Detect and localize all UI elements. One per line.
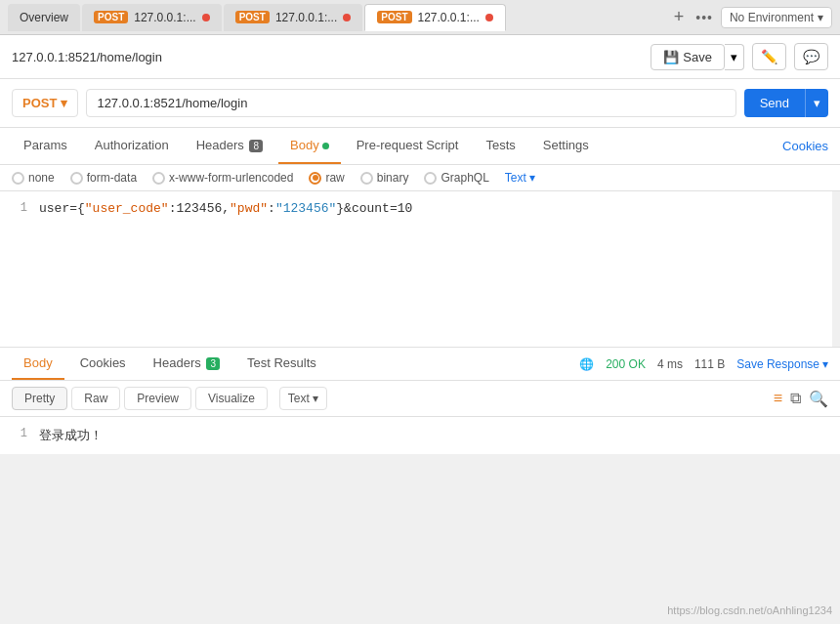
tab-params[interactable]: Params — [12, 128, 79, 164]
tab-body[interactable]: Body — [278, 128, 341, 164]
method-selector[interactable]: POST ▾ — [12, 89, 78, 117]
tab-settings[interactable]: Settings — [531, 128, 601, 164]
save-dropdown-button[interactable]: ▾ — [725, 44, 744, 70]
globe-icon: 🌐 — [579, 357, 594, 371]
tab-post-2[interactable]: POST 127.0.0.1:... — [224, 4, 363, 31]
code-key2: "pwd" — [230, 201, 268, 216]
response-time: 4 ms — [657, 357, 683, 371]
env-dropdown-icon: ▾ — [818, 11, 823, 24]
save-label: Save — [683, 50, 712, 64]
option-form-data[interactable]: form-data — [70, 171, 137, 185]
environment-selector[interactable]: No Environment ▾ — [721, 7, 832, 28]
tab-actions: + ••• No Environment ▾ — [670, 7, 832, 28]
filter-response-button[interactable]: ≡ — [774, 390, 782, 407]
response-meta: 🌐 200 OK 4 ms 111 B Save Response ▾ — [579, 357, 828, 371]
tab-pre-request[interactable]: Pre-request Script — [345, 128, 471, 164]
code-prefix: user={ — [39, 201, 85, 216]
radio-none — [12, 172, 24, 185]
response-tab-body[interactable]: Body — [12, 348, 64, 380]
save-response-label: Save Response — [736, 357, 819, 371]
tab-headers[interactable]: Headers 8 — [185, 128, 274, 164]
environment-label: No Environment — [730, 11, 814, 24]
format-raw-button[interactable]: Raw — [71, 387, 120, 410]
request-bar: POST ▾ Send ▾ — [0, 79, 840, 128]
method-dropdown-icon: ▾ — [61, 96, 67, 110]
response-format-label: Text — [288, 392, 310, 405]
editor-scrollbar[interactable] — [832, 191, 840, 347]
option-raw[interactable]: raw — [309, 171, 344, 185]
more-tabs-button[interactable]: ••• — [695, 10, 713, 25]
format-preview-button[interactable]: Preview — [124, 387, 191, 410]
body-label: Body — [290, 138, 319, 152]
response-tab-test-results[interactable]: Test Results — [235, 348, 328, 380]
format-visualize-button[interactable]: Visualize — [195, 387, 268, 410]
raw-format-selector[interactable]: Text ▾ — [505, 171, 535, 185]
tab2-unsaved-dot — [343, 14, 351, 21]
body-active-dot — [322, 143, 329, 149]
send-button[interactable]: Send — [744, 89, 805, 117]
send-dropdown-button[interactable]: ▾ — [805, 89, 828, 117]
radio-binary — [360, 172, 373, 185]
response-format-selector[interactable]: Text ▾ — [279, 387, 327, 410]
tab2-url: 127.0.0.1:... — [275, 11, 337, 24]
code-key1: "user_code" — [85, 201, 169, 216]
code-val2: "123456" — [275, 201, 336, 216]
tab-post-3[interactable]: POST 127.0.0.1:... — [364, 4, 506, 31]
tab-tests[interactable]: Tests — [474, 128, 526, 164]
code-line-1: 1 user={"user_code":123456,"pwd":"123456… — [0, 199, 840, 218]
response-status: 200 OK — [606, 357, 646, 371]
raw-format-chevron: ▾ — [529, 171, 535, 185]
radio-raw — [309, 172, 321, 185]
option-none-label: none — [28, 171, 55, 185]
option-none[interactable]: none — [12, 171, 55, 185]
headers-label: Headers — [196, 138, 244, 152]
response-area: Body Cookies Headers 3 Test Results 🌐 20… — [0, 348, 840, 454]
save-icon: 💾 — [663, 50, 679, 64]
option-urlencoded[interactable]: x-www-form-urlencoded — [152, 171, 293, 185]
comment-button[interactable]: 💬 — [794, 43, 828, 70]
format-pretty-button[interactable]: Pretty — [12, 387, 67, 410]
option-graphql[interactable]: GraphQL — [424, 171, 488, 185]
tab1-method-badge: POST — [94, 11, 128, 23]
request-body-editor[interactable]: 1 user={"user_code":123456,"pwd":"123456… — [0, 191, 840, 348]
response-tab-cookies[interactable]: Cookies — [68, 348, 138, 380]
request-sub-nav: Params Authorization Headers 8 Body Pre-… — [0, 128, 840, 165]
response-format-actions: ≡ ⧉ 🔍 — [774, 390, 828, 408]
option-binary-label: binary — [377, 171, 409, 185]
search-response-button[interactable]: 🔍 — [809, 390, 828, 408]
tab-bar: Overview POST 127.0.0.1:... POST 127.0.0… — [0, 0, 840, 35]
address-bar: 127.0.0.1:8521/home/login 💾 Save ▾ ✏️ 💬 — [0, 35, 840, 79]
cookies-link[interactable]: Cookies — [782, 129, 828, 163]
body-type-options: none form-data x-www-form-urlencoded raw… — [0, 165, 840, 191]
response-format-bar: Pretty Raw Preview Visualize Text ▾ ≡ ⧉ … — [0, 381, 840, 417]
tab-overview[interactable]: Overview — [8, 4, 80, 31]
save-button[interactable]: 💾 Save — [651, 44, 725, 70]
copy-response-button[interactable]: ⧉ — [790, 390, 801, 407]
tab2-method-badge: POST — [235, 11, 270, 23]
option-graphql-label: GraphQL — [441, 171, 488, 185]
headers-badge: 8 — [249, 140, 263, 152]
tab-authorization[interactable]: Authorization — [83, 128, 181, 164]
edit-button[interactable]: ✏️ — [752, 43, 786, 70]
url-input[interactable] — [86, 89, 735, 117]
option-urlencoded-label: x-www-form-urlencoded — [169, 171, 293, 185]
response-headers-badge: 3 — [206, 357, 220, 370]
method-label: POST — [22, 96, 57, 110]
tab1-url: 127.0.0.1:... — [134, 11, 195, 24]
tab-post-1[interactable]: POST 127.0.0.1:... — [82, 4, 222, 31]
response-tabs-bar: Body Cookies Headers 3 Test Results 🌐 20… — [0, 348, 840, 381]
response-body-content: 1 登录成功！ — [0, 417, 840, 454]
radio-urlencoded — [152, 172, 165, 185]
option-binary[interactable]: binary — [360, 171, 409, 185]
code-val1: 123456, — [176, 201, 230, 216]
line-number-1: 1 — [0, 201, 39, 215]
response-format-chevron: ▾ — [313, 392, 318, 405]
response-tab-headers[interactable]: Headers 3 — [142, 348, 231, 380]
new-tab-button[interactable]: + — [670, 7, 689, 27]
save-response-chevron: ▾ — [822, 357, 828, 371]
tab3-unsaved-dot — [485, 14, 493, 21]
save-response-button[interactable]: Save Response ▾ — [736, 357, 828, 371]
radio-graphql — [424, 172, 437, 185]
code-colon2: : — [268, 201, 275, 216]
code-suffix: }&count=10 — [336, 201, 412, 216]
